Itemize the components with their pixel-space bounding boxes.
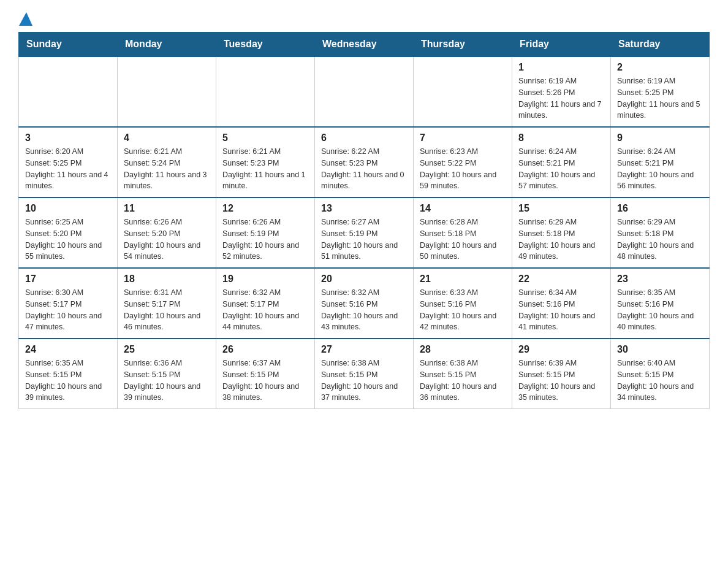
calendar-cell: 25Sunrise: 6:36 AMSunset: 5:15 PMDayligh… xyxy=(118,339,216,409)
day-number: 10 xyxy=(25,203,111,214)
calendar-table: SundayMondayTuesdayWednesdayThursdayFrid… xyxy=(18,32,710,409)
day-number: 21 xyxy=(420,274,506,285)
day-info: Sunrise: 6:29 AMSunset: 5:18 PMDaylight:… xyxy=(617,218,694,261)
day-info: Sunrise: 6:19 AMSunset: 5:25 PMDaylight:… xyxy=(617,77,700,120)
logo xyxy=(18,12,32,26)
day-info: Sunrise: 6:37 AMSunset: 5:15 PMDaylight:… xyxy=(222,359,299,402)
day-info: Sunrise: 6:19 AMSunset: 5:26 PMDaylight:… xyxy=(518,77,602,120)
calendar-cell: 27Sunrise: 6:38 AMSunset: 5:15 PMDayligh… xyxy=(315,339,414,409)
calendar-cell: 19Sunrise: 6:32 AMSunset: 5:17 PMDayligh… xyxy=(216,268,315,339)
day-info: Sunrise: 6:32 AMSunset: 5:17 PMDaylight:… xyxy=(222,288,299,331)
calendar-week-4: 17Sunrise: 6:30 AMSunset: 5:17 PMDayligh… xyxy=(19,268,710,339)
day-number: 28 xyxy=(420,344,506,355)
day-info: Sunrise: 6:33 AMSunset: 5:16 PMDaylight:… xyxy=(420,288,496,331)
day-number: 8 xyxy=(518,132,604,144)
day-number: 29 xyxy=(518,344,604,355)
calendar-cell: 5Sunrise: 6:21 AMSunset: 5:23 PMDaylight… xyxy=(216,127,315,197)
calendar-cell: 23Sunrise: 6:35 AMSunset: 5:16 PMDayligh… xyxy=(611,268,710,339)
calendar-cell: 29Sunrise: 6:39 AMSunset: 5:15 PMDayligh… xyxy=(512,339,611,409)
calendar-cell: 21Sunrise: 6:33 AMSunset: 5:16 PMDayligh… xyxy=(414,268,512,339)
day-number: 1 xyxy=(518,62,604,73)
calendar-cell: 28Sunrise: 6:38 AMSunset: 5:15 PMDayligh… xyxy=(414,339,512,409)
day-info: Sunrise: 6:27 AMSunset: 5:19 PMDaylight:… xyxy=(321,218,398,261)
day-info: Sunrise: 6:22 AMSunset: 5:23 PMDaylight:… xyxy=(321,147,404,190)
svg-marker-0 xyxy=(19,12,32,26)
calendar-cell: 20Sunrise: 6:32 AMSunset: 5:16 PMDayligh… xyxy=(315,268,414,339)
calendar-cell: 14Sunrise: 6:28 AMSunset: 5:18 PMDayligh… xyxy=(414,197,512,268)
weekday-wednesday: Wednesday xyxy=(315,33,414,57)
calendar-week-1: 1Sunrise: 6:19 AMSunset: 5:26 PMDaylight… xyxy=(19,56,710,127)
day-info: Sunrise: 6:38 AMSunset: 5:15 PMDaylight:… xyxy=(420,359,496,402)
day-info: Sunrise: 6:26 AMSunset: 5:20 PMDaylight:… xyxy=(124,218,200,261)
day-info: Sunrise: 6:32 AMSunset: 5:16 PMDaylight:… xyxy=(321,288,398,331)
calendar-cell: 11Sunrise: 6:26 AMSunset: 5:20 PMDayligh… xyxy=(118,197,216,268)
weekday-tuesday: Tuesday xyxy=(216,33,315,57)
calendar-cell xyxy=(118,56,216,127)
day-number: 2 xyxy=(617,62,703,73)
page-header xyxy=(18,12,710,26)
day-info: Sunrise: 6:31 AMSunset: 5:17 PMDaylight:… xyxy=(124,288,200,331)
day-info: Sunrise: 6:24 AMSunset: 5:21 PMDaylight:… xyxy=(518,147,595,190)
day-info: Sunrise: 6:21 AMSunset: 5:24 PMDaylight:… xyxy=(124,147,207,190)
day-number: 12 xyxy=(222,203,308,214)
day-number: 7 xyxy=(420,132,506,144)
calendar-cell: 17Sunrise: 6:30 AMSunset: 5:17 PMDayligh… xyxy=(19,268,118,339)
day-number: 16 xyxy=(617,203,703,214)
weekday-sunday: Sunday xyxy=(19,33,118,57)
day-info: Sunrise: 6:36 AMSunset: 5:15 PMDaylight:… xyxy=(124,359,200,402)
day-info: Sunrise: 6:24 AMSunset: 5:21 PMDaylight:… xyxy=(617,147,694,190)
day-number: 3 xyxy=(25,132,111,144)
day-number: 13 xyxy=(321,203,407,214)
calendar-cell: 30Sunrise: 6:40 AMSunset: 5:15 PMDayligh… xyxy=(611,339,710,409)
day-info: Sunrise: 6:21 AMSunset: 5:23 PMDaylight:… xyxy=(222,147,306,190)
weekday-monday: Monday xyxy=(118,33,216,57)
day-number: 4 xyxy=(124,132,210,144)
day-number: 25 xyxy=(124,344,210,355)
day-number: 27 xyxy=(321,344,407,355)
calendar-cell: 2Sunrise: 6:19 AMSunset: 5:25 PMDaylight… xyxy=(611,56,710,127)
calendar-week-2: 3Sunrise: 6:20 AMSunset: 5:25 PMDaylight… xyxy=(19,127,710,197)
calendar-cell xyxy=(414,56,512,127)
logo-triangle-icon xyxy=(19,12,32,26)
day-number: 5 xyxy=(222,132,308,144)
calendar-body: 1Sunrise: 6:19 AMSunset: 5:26 PMDaylight… xyxy=(19,56,710,409)
calendar-cell: 10Sunrise: 6:25 AMSunset: 5:20 PMDayligh… xyxy=(19,197,118,268)
day-info: Sunrise: 6:23 AMSunset: 5:22 PMDaylight:… xyxy=(420,147,496,190)
day-number: 17 xyxy=(25,274,111,285)
day-info: Sunrise: 6:28 AMSunset: 5:18 PMDaylight:… xyxy=(420,218,496,261)
calendar-header: SundayMondayTuesdayWednesdayThursdayFrid… xyxy=(19,33,710,57)
calendar-cell: 24Sunrise: 6:35 AMSunset: 5:15 PMDayligh… xyxy=(19,339,118,409)
day-number: 9 xyxy=(617,132,703,144)
day-info: Sunrise: 6:35 AMSunset: 5:15 PMDaylight:… xyxy=(25,359,102,402)
calendar-week-5: 24Sunrise: 6:35 AMSunset: 5:15 PMDayligh… xyxy=(19,339,710,409)
day-number: 15 xyxy=(518,203,604,214)
calendar-cell xyxy=(315,56,414,127)
day-info: Sunrise: 6:25 AMSunset: 5:20 PMDaylight:… xyxy=(25,218,102,261)
day-number: 20 xyxy=(321,274,407,285)
day-number: 18 xyxy=(124,274,210,285)
day-number: 14 xyxy=(420,203,506,214)
day-number: 26 xyxy=(222,344,308,355)
day-number: 19 xyxy=(222,274,308,285)
day-number: 22 xyxy=(518,274,604,285)
day-info: Sunrise: 6:20 AMSunset: 5:25 PMDaylight:… xyxy=(25,147,108,190)
calendar-cell: 4Sunrise: 6:21 AMSunset: 5:24 PMDaylight… xyxy=(118,127,216,197)
day-number: 11 xyxy=(124,203,210,214)
calendar-cell: 9Sunrise: 6:24 AMSunset: 5:21 PMDaylight… xyxy=(611,127,710,197)
day-info: Sunrise: 6:40 AMSunset: 5:15 PMDaylight:… xyxy=(617,359,694,402)
weekday-header-row: SundayMondayTuesdayWednesdayThursdayFrid… xyxy=(19,33,710,57)
day-info: Sunrise: 6:35 AMSunset: 5:16 PMDaylight:… xyxy=(617,288,694,331)
weekday-thursday: Thursday xyxy=(414,33,512,57)
calendar-cell: 16Sunrise: 6:29 AMSunset: 5:18 PMDayligh… xyxy=(611,197,710,268)
calendar-cell: 6Sunrise: 6:22 AMSunset: 5:23 PMDaylight… xyxy=(315,127,414,197)
calendar-cell: 8Sunrise: 6:24 AMSunset: 5:21 PMDaylight… xyxy=(512,127,611,197)
calendar-cell: 12Sunrise: 6:26 AMSunset: 5:19 PMDayligh… xyxy=(216,197,315,268)
calendar-cell: 22Sunrise: 6:34 AMSunset: 5:16 PMDayligh… xyxy=(512,268,611,339)
day-number: 30 xyxy=(617,344,703,355)
calendar-cell xyxy=(216,56,315,127)
day-info: Sunrise: 6:38 AMSunset: 5:15 PMDaylight:… xyxy=(321,359,398,402)
day-number: 6 xyxy=(321,132,407,144)
day-info: Sunrise: 6:30 AMSunset: 5:17 PMDaylight:… xyxy=(25,288,102,331)
calendar-cell: 15Sunrise: 6:29 AMSunset: 5:18 PMDayligh… xyxy=(512,197,611,268)
weekday-saturday: Saturday xyxy=(611,33,710,57)
